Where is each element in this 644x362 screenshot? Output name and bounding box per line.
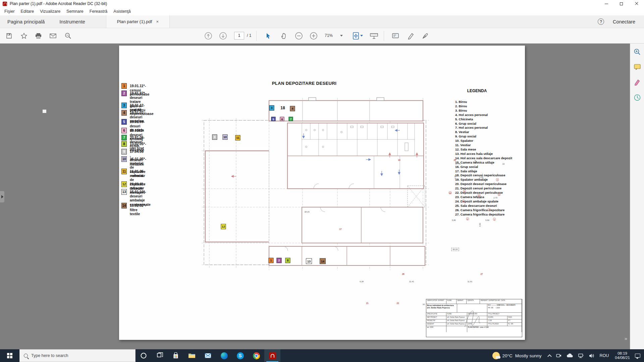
fit-page-button[interactable] — [351, 31, 361, 41]
close-button[interactable] — [629, 0, 644, 7]
taskbar-weather[interactable]: 20°C Mostly sunny — [489, 352, 545, 359]
highlight-panel-icon[interactable] — [634, 78, 641, 86]
hand-tool-button[interactable] — [279, 31, 289, 41]
menu-item[interactable]: Fişier — [1, 7, 18, 15]
plan-dimension: 5,90 — [485, 219, 489, 221]
menu-bar: FişierEditareVizualizareSemnareFereastră… — [0, 7, 644, 15]
waste-marker: 14 — [320, 258, 326, 264]
network-icon[interactable] — [578, 353, 584, 358]
maximize-button[interactable] — [614, 0, 629, 7]
page-scroll-chevron-icon[interactable]: » — [625, 336, 627, 341]
print-icon — [35, 33, 42, 39]
zoom-caret-icon[interactable] — [340, 35, 343, 37]
waste-legend-color-box: 12 — [121, 181, 127, 187]
menu-item[interactable]: Editare — [18, 7, 37, 15]
page-total-label: / 1 — [247, 33, 251, 38]
tab-home[interactable]: Pagina principală — [0, 15, 52, 28]
comment-panel-icon[interactable] — [634, 64, 641, 70]
main-toolbar: 1 / 1 71% — [0, 28, 644, 44]
waste-legend-color-box: 5 — [121, 119, 127, 125]
minimize-button[interactable] — [599, 0, 614, 7]
page-number-input[interactable]: 1 — [234, 32, 244, 40]
tray-expand-icon[interactable] — [548, 354, 552, 359]
plan-room-number-circled: 4 — [488, 208, 491, 212]
waste-legend-color-box: 14 — [121, 203, 127, 208]
taskbar-chrome[interactable] — [248, 349, 264, 362]
email-button[interactable] — [48, 31, 58, 41]
menu-item[interactable]: Semnare — [63, 7, 87, 15]
waste-legend-color-box: 10 — [121, 156, 127, 162]
help-icon[interactable]: ? — [598, 18, 604, 25]
tabbar-right: ? Conectare — [598, 15, 644, 28]
tab-close-icon[interactable]: × — [156, 19, 159, 24]
room-legend-item: 27. Camera frigorifica depozitare — [455, 213, 522, 217]
taskbar-acrobat[interactable] — [264, 349, 280, 362]
waste-marker: 12 — [221, 224, 226, 229]
taskbar-mail[interactable] — [200, 349, 216, 362]
plan-dimension: 2,70 — [493, 197, 497, 199]
taskbar-clock[interactable]: 08:19 04/08/21 — [612, 351, 633, 360]
menu-item[interactable]: Fereastră — [87, 7, 111, 15]
select-tool-button[interactable] — [263, 31, 273, 41]
find-button[interactable] — [63, 31, 73, 41]
pen-nib-icon — [422, 32, 430, 40]
favorites-button[interactable] — [19, 31, 29, 41]
drawing-title: PLAN DEPOZITARE DESEURI — [254, 81, 355, 86]
search-plus-icon[interactable] — [634, 48, 641, 56]
plan-room-number-circled: 1 — [493, 218, 496, 221]
acrobat-app-icon — [3, 2, 7, 6]
meet-now-icon[interactable] — [556, 353, 562, 358]
plan-dimension-vertical: 4,50 — [479, 223, 481, 227]
tab-document-label: Plan parter (1).pdf — [117, 19, 152, 24]
comment-button[interactable] — [390, 31, 400, 41]
zoom-out-button[interactable] — [294, 31, 304, 41]
onedrive-icon[interactable] — [567, 353, 573, 358]
save-button[interactable] — [4, 31, 14, 41]
plan-dimension: 17,75 — [455, 163, 460, 165]
zoom-in-button[interactable] — [309, 31, 319, 41]
fill-sign-button[interactable] — [421, 31, 431, 41]
taskbar-store[interactable] — [168, 349, 184, 362]
tab-document[interactable]: Plan parter (1).pdf × — [106, 15, 170, 28]
taskbar-edge[interactable] — [216, 349, 232, 362]
task-view-icon — [156, 352, 163, 359]
left-panel-expand-button[interactable] — [0, 191, 4, 202]
measure-tool-button[interactable] — [369, 31, 379, 41]
page-up-button[interactable] — [203, 31, 213, 41]
waste-marker: 11 — [235, 135, 240, 140]
room-legend-list: 1. Birou2. Birou3. Birou4. Hol acces per… — [455, 100, 522, 217]
connect-button[interactable]: Conectare — [613, 19, 635, 24]
page-down-button[interactable] — [218, 31, 228, 41]
zoom-level-value[interactable]: 71% — [325, 33, 333, 38]
taskbar-file-explorer[interactable] — [184, 349, 200, 362]
plan-dimension-vertical: 1,35 — [454, 175, 456, 179]
start-button[interactable] — [0, 349, 19, 362]
tab-tools[interactable]: Instrumente — [52, 15, 93, 28]
weather-icon — [492, 352, 500, 359]
room-legend-item: 11. Vestiar — [455, 143, 522, 147]
menu-item[interactable]: Asistenţă — [110, 7, 133, 15]
pdf-page: PLAN DEPOZITARE DESEURI 1 19.01.11*- cen… — [119, 46, 525, 340]
acrobat-icon — [269, 352, 276, 359]
menu-item[interactable]: Vizualizare — [37, 7, 63, 15]
volume-icon[interactable] — [589, 353, 595, 358]
taskbar-cortana[interactable] — [136, 349, 152, 362]
title-block-cell: REFERAT / EXPERTIZA NR. / DATA — [480, 299, 522, 304]
taskbar-task-view[interactable] — [152, 349, 168, 362]
taskbar-search[interactable]: Type here to search — [19, 349, 136, 362]
fit-caret-icon[interactable] — [360, 35, 363, 37]
plan-dimension: 11,91 — [468, 281, 473, 283]
room-legend-item: 15. Camera tehnica utilaje — [455, 161, 522, 165]
plan-room-number-circled: 6 — [462, 200, 465, 203]
highlight-button[interactable] — [406, 31, 416, 41]
waste-marker: 7 — [289, 117, 293, 121]
more-tools-icon[interactable] — [634, 94, 641, 101]
language-indicator[interactable]: ROU — [599, 353, 609, 358]
action-center-button[interactable] — [633, 354, 643, 358]
beneficiary: S.C. ............ EXIM S.R.L. - BUCUREST… — [488, 304, 521, 306]
print-button[interactable] — [33, 31, 43, 41]
room-legend-title: LEGENDA — [455, 88, 499, 93]
waste-marker: 8 — [285, 258, 290, 263]
taskbar-skype[interactable]: S — [232, 349, 248, 362]
close-icon — [635, 2, 638, 5]
